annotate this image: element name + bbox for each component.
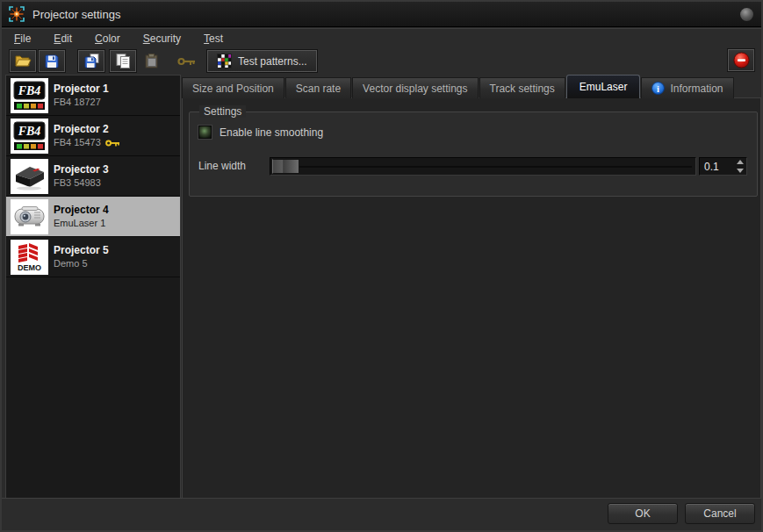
projector-name: Projector 2 xyxy=(54,123,120,136)
paste-button[interactable] xyxy=(139,50,165,72)
menu-security[interactable]: Security xyxy=(143,32,181,45)
laser-burst-app-icon xyxy=(8,5,25,23)
menu-edit[interactable]: Edit xyxy=(54,32,72,45)
tab-vector-display-settings[interactable]: Vector display settings xyxy=(352,77,478,98)
save-as-icon xyxy=(84,54,99,68)
open-button[interactable] xyxy=(10,50,36,72)
open-folder-icon xyxy=(15,54,32,68)
line-width-spinbox xyxy=(699,157,747,176)
svg-text:DEMO: DEMO xyxy=(18,263,41,272)
projector-detail: FB3 54983 xyxy=(54,176,101,190)
fb3-device-icon xyxy=(11,160,47,193)
projector-row-2[interactable]: FB4 Projector 2 FB4 15473 xyxy=(6,116,180,156)
line-width-label: Line width xyxy=(198,160,246,172)
tab-track-settings[interactable]: Track settings xyxy=(479,77,565,98)
projector-detail: FB4 18727 xyxy=(54,96,101,109)
triangle-up-icon xyxy=(737,160,744,164)
titlebar-orb xyxy=(740,8,753,21)
menu-file[interactable]: File xyxy=(14,32,31,45)
footer-bar: OK Cancel xyxy=(2,498,761,530)
slider-handle[interactable] xyxy=(272,159,299,174)
ok-button[interactable]: OK xyxy=(608,503,678,524)
settings-tabzone: Size and Position Scan rate Vector displ… xyxy=(182,75,761,499)
tab-scan-rate[interactable]: Scan rate xyxy=(285,77,351,98)
projector-name: Projector 4 xyxy=(54,204,109,217)
paste-icon xyxy=(145,54,159,68)
emulaser-panel: Settings Enable line smoothing Line widt… xyxy=(182,97,761,499)
demo-device-icon: DEMO xyxy=(11,241,47,274)
spin-up-button[interactable] xyxy=(733,158,746,167)
copy-button[interactable] xyxy=(110,50,136,72)
projector-detail: Demo 5 xyxy=(54,257,88,270)
projector-name: Projector 3 xyxy=(54,163,109,176)
svg-text:FB4: FB4 xyxy=(18,84,41,97)
save-button[interactable] xyxy=(39,50,65,72)
projector-row-1[interactable]: FB4 Projector 1 FB4 18727 xyxy=(6,75,180,116)
projector-list: FB4 Projector 1 FB4 18727 FB4 xyxy=(5,75,181,499)
info-icon: i xyxy=(651,82,665,95)
settings-groupbox: Settings Enable line smoothing Line widt… xyxy=(189,111,758,197)
key-button[interactable] xyxy=(173,50,199,72)
line-width-input[interactable] xyxy=(700,158,733,175)
slider-groove xyxy=(274,166,692,168)
tab-emulaser-active[interactable]: EmuLaser xyxy=(566,75,641,98)
projector-row-5[interactable]: DEMO Projector 5 Demo 5 xyxy=(6,237,180,277)
tab-size-and-position[interactable]: Size and Position xyxy=(182,77,284,98)
svg-text:FB4: FB4 xyxy=(18,125,41,138)
titlebar: Projector settings xyxy=(2,2,761,27)
menu-color[interactable]: Color xyxy=(95,32,120,45)
test-patterns-button[interactable]: Test patterns... xyxy=(207,50,317,72)
window-title: Projector settings xyxy=(32,8,120,21)
triangle-down-icon xyxy=(737,169,744,173)
fb4-device-icon: FB4 xyxy=(11,79,47,112)
save-icon xyxy=(45,54,59,68)
test-patterns-label: Test patterns... xyxy=(238,55,307,68)
menubar: File Edit Color Security Test xyxy=(2,28,761,48)
enable-line-smoothing-checkbox[interactable] xyxy=(198,126,212,139)
copy-icon xyxy=(116,54,131,68)
spin-down-button[interactable] xyxy=(733,167,746,176)
cancel-button[interactable]: Cancel xyxy=(685,503,755,524)
line-width-row: Line width xyxy=(198,157,757,176)
projector-detail: EmuLaser 1 xyxy=(54,217,105,230)
tabstrip: Size and Position Scan rate Vector displ… xyxy=(182,75,761,98)
enable-line-smoothing-label: Enable line smoothing xyxy=(220,126,323,139)
enable-line-smoothing-row: Enable line smoothing xyxy=(198,126,323,139)
key-icon xyxy=(177,56,196,67)
line-width-slider[interactable] xyxy=(270,157,696,176)
projector-detail: FB4 15473 xyxy=(54,136,101,149)
projector-settings-window: Projector settings File Edit Color Secur… xyxy=(0,0,763,532)
test-pattern-icon xyxy=(217,54,232,68)
remove-projector-button[interactable] xyxy=(728,49,754,71)
groupbox-title: Settings xyxy=(199,105,246,118)
minus-icon xyxy=(733,52,750,68)
projector-name: Projector 1 xyxy=(54,83,109,96)
projector-row-4-selected[interactable]: Projector 4 EmuLaser 1 xyxy=(6,197,180,237)
lock-key-icon xyxy=(105,139,120,147)
svg-text:i: i xyxy=(658,84,660,94)
emulaser-device-icon xyxy=(11,200,47,234)
menu-test[interactable]: Test xyxy=(204,32,223,45)
projector-row-3[interactable]: Projector 3 FB3 54983 xyxy=(6,156,180,197)
tab-information[interactable]: i Information xyxy=(641,77,733,98)
projector-name: Projector 5 xyxy=(54,244,109,257)
save-as-button[interactable] xyxy=(78,50,104,72)
toolbar: Test patterns... xyxy=(2,48,761,74)
fb4-device-icon: FB4 xyxy=(11,119,47,153)
